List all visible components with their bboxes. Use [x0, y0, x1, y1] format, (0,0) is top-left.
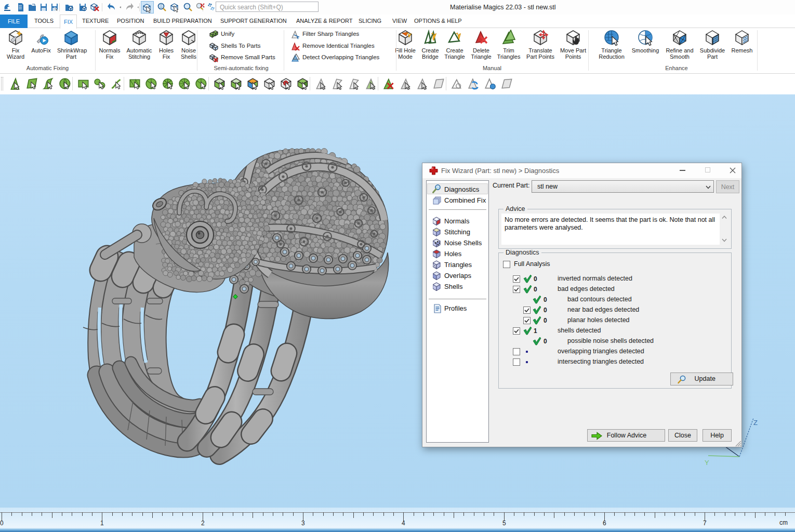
svg-text:Z: Z — [753, 419, 758, 427]
svg-text:Y: Y — [705, 459, 709, 467]
